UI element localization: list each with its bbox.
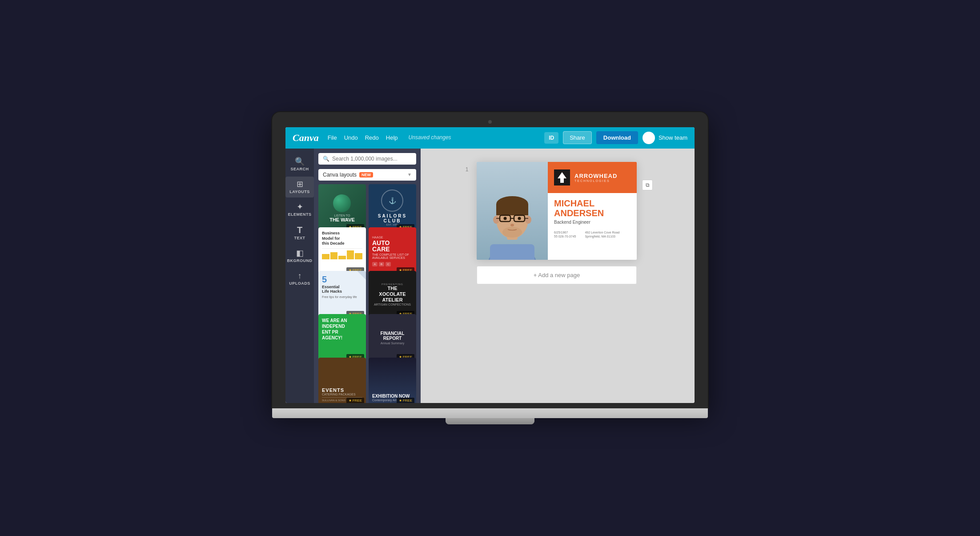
menu-file[interactable]: File <box>328 134 337 141</box>
person-photo-svg <box>477 162 548 260</box>
person-name: MICHAEL ANDERSEN <box>554 198 631 218</box>
template-card-4[interactable]: HAAGE AUTOCARE THE COMPLETE LIST OF AVAI… <box>369 227 416 275</box>
topbar-actions: ID Share Download Show team <box>544 131 687 144</box>
uploads-icon: ↑ <box>298 272 302 280</box>
page-tools: ⧉ <box>642 180 653 190</box>
person-address-1: 492 Leverton Cove Road <box>585 231 619 234</box>
new-badge: NEW <box>359 172 373 177</box>
background-label: BKGROUND <box>287 258 313 263</box>
canvas-area: 1 <box>421 149 695 403</box>
svg-point-16 <box>510 224 514 226</box>
chevron-down-icon: ▼ <box>407 172 412 177</box>
svg-point-17 <box>502 227 522 238</box>
person-job-title: Backend Engineer <box>554 220 631 225</box>
laptop-base <box>272 408 708 418</box>
person-dob: 6/25/1967 <box>554 231 576 234</box>
detail-col-left: 6/25/1967 55 028-70-3745 <box>554 231 576 238</box>
sidebar-item-uploads[interactable]: ↑ UPLOADS <box>285 268 314 289</box>
show-team-button[interactable]: Show team <box>643 132 687 144</box>
search-input[interactable] <box>332 156 412 162</box>
svg-rect-6 <box>496 204 528 215</box>
canvas-card-container: ARROWHEAD TECHNOLOGIES MICHAEL ANDERSEN <box>477 162 637 284</box>
dropdown-label: Canva layouts NEW <box>323 172 373 178</box>
menu-help[interactable]: Help <box>386 134 398 141</box>
free-badge-9: FREE <box>346 398 364 403</box>
sidebar-item-layouts[interactable]: ⊞ LAYOUTS <box>285 177 314 197</box>
app-container: Canva File Undo Redo Help Unsaved change… <box>285 127 695 403</box>
free-badge-10: FREE <box>397 398 414 403</box>
id-card-info: ARROWHEAD TECHNOLOGIES MICHAEL ANDERSEN <box>548 162 637 260</box>
id-card-header: ARROWHEAD TECHNOLOGIES <box>548 162 637 193</box>
share-button[interactable]: Share <box>563 131 592 144</box>
person-last-name: ANDERSEN <box>554 208 604 218</box>
template-card-10-inner: EXHIBITION NOW Contemporary Art <box>369 358 416 403</box>
unsaved-status: Unsaved changes <box>409 134 451 141</box>
topbar: Canva File Undo Redo Help Unsaved change… <box>285 127 695 149</box>
company-logo-icon <box>554 169 570 185</box>
template-card-5[interactable]: 5 EssentialLife Hacks Free tips for ever… <box>318 271 366 318</box>
canvas-page-wrapper: 1 <box>462 162 653 284</box>
elements-label: ELEMENTS <box>288 212 311 217</box>
template-card-6[interactable]: PRESENTING THEXOCOLATEATELIER ARTISAN CO… <box>369 271 416 318</box>
company-name-main: ARROWHEAD <box>574 173 617 179</box>
main-area: 🔍 SEARCH ⊞ LAYOUTS ✦ ELEMENTS T <box>285 149 695 403</box>
background-icon: ◧ <box>296 249 304 257</box>
person-details: 6/25/1967 55 028-70-3745 492 Leverton Co… <box>554 231 631 238</box>
elements-icon: ✦ <box>297 203 303 211</box>
template-grid: LISTEN TO THE WAVE FREE ⚓ <box>314 184 421 403</box>
id-card[interactable]: ARROWHEAD TECHNOLOGIES MICHAEL ANDERSEN <box>477 162 637 260</box>
svg-point-7 <box>493 216 499 224</box>
template-card-10[interactable]: EXHIBITION NOW Contemporary Art FREE <box>369 358 416 403</box>
menu-redo[interactable]: Redo <box>365 134 379 141</box>
company-name-sub: TECHNOLOGIES <box>574 179 617 182</box>
sidebar-item-search[interactable]: 🔍 SEARCH <box>285 154 314 175</box>
search-icon: 🔍 <box>295 157 305 165</box>
copy-page-button[interactable]: ⧉ <box>642 180 653 190</box>
template-card-9[interactable]: EVENTS CATERING PACKAGES SULLIVAN & SONS… <box>318 358 366 403</box>
person-address-2: Springfield, MA 01103 <box>585 235 619 238</box>
template-card-8[interactable]: FINANCIAL REPORT Annual Summary FREE <box>369 314 416 362</box>
team-avatar <box>643 132 655 144</box>
laptop-camera <box>488 120 492 124</box>
id-button[interactable]: ID <box>544 132 558 144</box>
menu-undo[interactable]: Undo <box>344 134 358 141</box>
layouts-icon: ⊞ <box>297 180 303 188</box>
company-name: ARROWHEAD TECHNOLOGIES <box>574 173 617 182</box>
uploads-label: UPLOADS <box>289 281 310 286</box>
template-card-9-inner: EVENTS CATERING PACKAGES SULLIVAN & SONS <box>318 358 366 403</box>
detail-col-right: 492 Leverton Cove Road Springfield, MA 0… <box>585 231 619 238</box>
svg-rect-2 <box>490 244 534 260</box>
dropdown-label-text: Canva layouts <box>323 172 357 178</box>
search-label: SEARCH <box>290 167 309 171</box>
sidebar-panel: 🔍 Canva layouts NEW ▼ <box>314 149 421 403</box>
search-icon-small: 🔍 <box>323 156 329 162</box>
template-card-7[interactable]: WE ARE ANINDEPENDENT PRAGENCY! FREE <box>318 314 366 362</box>
svg-point-14 <box>504 217 507 220</box>
download-button[interactable]: Download <box>596 131 638 144</box>
id-card-body: MICHAEL ANDERSEN Backend Engineer 6/25/1… <box>548 193 637 260</box>
search-box[interactable]: 🔍 <box>318 153 416 165</box>
template-card-2[interactable]: ⚓ SAILORS CLUB EST. 1985 FREE <box>369 184 416 232</box>
laptop-screen: Canva File Undo Redo Help Unsaved change… <box>285 127 695 403</box>
text-icon: T <box>297 226 302 234</box>
layouts-label: LAYOUTS <box>289 189 310 194</box>
svg-point-8 <box>525 216 531 224</box>
id-card-photo <box>477 162 548 260</box>
add-page-button[interactable]: + Add a new page <box>477 266 637 284</box>
sidebar-icons: 🔍 SEARCH ⊞ LAYOUTS ✦ ELEMENTS T <box>285 149 314 403</box>
layouts-dropdown[interactable]: Canva layouts NEW ▼ <box>318 169 416 181</box>
template-card-1[interactable]: LISTEN TO THE WAVE FREE <box>318 184 366 232</box>
sidebar-item-text[interactable]: T TEXT <box>285 222 314 244</box>
show-team-label: Show team <box>659 134 687 141</box>
text-label: TEXT <box>294 236 305 240</box>
template-card-3[interactable]: BusinessModel forthis Decade <box>318 227 366 275</box>
sidebar-item-elements[interactable]: ✦ ELEMENTS <box>285 199 314 220</box>
sidebar-item-background[interactable]: ◧ BKGROUND <box>285 246 314 266</box>
page-number: 1 <box>462 166 471 173</box>
person-phone: 55 028-70-3745 <box>554 235 576 238</box>
topbar-menu: File Undo Redo Help Unsaved changes <box>328 134 544 141</box>
app-logo[interactable]: Canva <box>293 132 319 144</box>
person-first-name: MICHAEL <box>554 198 594 208</box>
company-logo-svg <box>554 169 570 185</box>
svg-point-15 <box>518 217 521 220</box>
